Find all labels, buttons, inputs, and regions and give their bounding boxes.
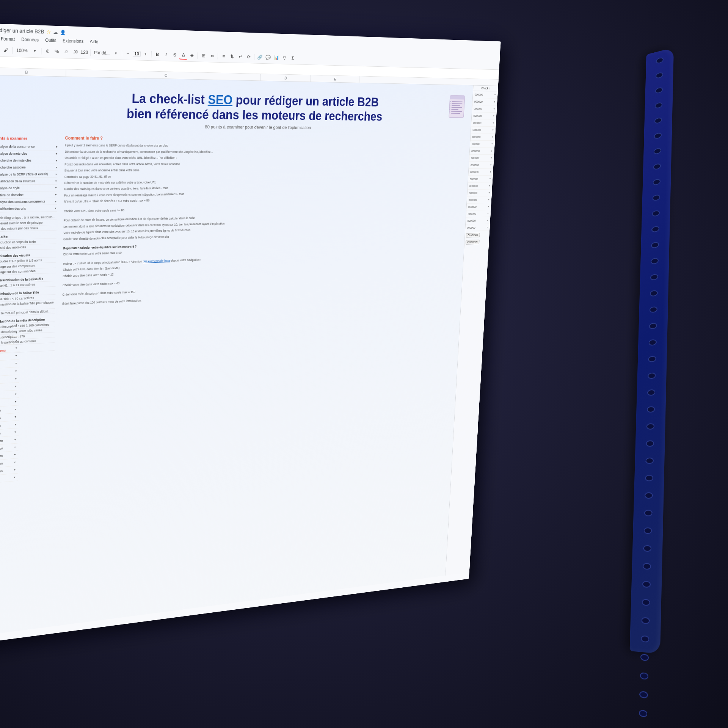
- paint-format-button[interactable]: 🖌: [2, 46, 10, 55]
- list-item: Qualification de la structure ▼: [0, 178, 57, 185]
- optim-text: Optimisation: [0, 454, 3, 459]
- document-decoration-icon: [447, 95, 467, 119]
- print-button[interactable]: 🖨: [0, 45, 1, 54]
- score-row: 000000▼: [469, 147, 494, 155]
- filter-button[interactable]: ▽: [281, 53, 289, 62]
- content-line: Il peut y avoir 2 éléments dans le SERP …: [65, 143, 488, 149]
- text-rotate-button[interactable]: ⟳: [245, 53, 253, 61]
- percent-button[interactable]: %: [52, 47, 61, 56]
- sidebar-section-title: Points à examiner: [0, 135, 58, 141]
- score-row: 000000▼: [468, 176, 493, 183]
- strikethrough-button[interactable]: S: [171, 50, 179, 59]
- toolbar-separator-3: [90, 49, 91, 56]
- score-arrow: ▼: [491, 143, 493, 145]
- score-row: 000000▼: [472, 112, 497, 119]
- text-wrap-button[interactable]: ↵: [237, 52, 245, 61]
- list-item: Analyse de style ▼: [0, 185, 57, 192]
- align-button[interactable]: ≡: [220, 52, 228, 61]
- zoom-dropdown-button[interactable]: ▼: [30, 46, 39, 55]
- zoom-level[interactable]: 100%: [14, 48, 30, 53]
- number-format-button[interactable]: 123: [80, 48, 89, 57]
- score-row: 000000▼: [472, 105, 497, 113]
- col-header-d[interactable]: D: [260, 74, 311, 82]
- decimal-decrease-button[interactable]: .0: [62, 47, 71, 56]
- score-arrow: ▼: [490, 164, 492, 166]
- borders-button[interactable]: ⊞: [199, 51, 207, 60]
- list-item: Analyse de mots-clés ▼: [0, 151, 58, 157]
- menu-aide[interactable]: Aide: [87, 38, 101, 46]
- arrow-icon: ▼: [55, 200, 57, 203]
- toolbar-separator-2: [41, 48, 41, 55]
- score-value: 000000: [467, 226, 475, 229]
- arrow-icon: ▼: [55, 187, 57, 189]
- decimal-increase-button[interactable]: .00: [71, 47, 80, 56]
- list-item: Critère de domaine ▼: [0, 191, 57, 199]
- valign-button[interactable]: ⇅: [228, 52, 236, 61]
- list-item: Analyse de la concurrence ▼: [0, 143, 58, 151]
- col-header-b[interactable]: B: [0, 67, 66, 76]
- score-value: 000000: [472, 128, 481, 132]
- seo-highlight: SEO: [208, 93, 233, 107]
- score-arrow: ▼: [490, 157, 492, 159]
- score-value: 000000: [469, 191, 477, 195]
- font-size-increase-button[interactable]: +: [141, 50, 150, 58]
- score-row: 000000▼: [466, 210, 491, 217]
- score-arrow: ▼: [490, 171, 491, 173]
- col-header-e[interactable]: E: [311, 75, 359, 83]
- arrow-icon: ▼: [55, 152, 58, 155]
- grid-body: 1 2 3 4 5 6 7 8 9 10: [0, 75, 498, 638]
- optim-arrow-icon: ▼: [14, 438, 16, 441]
- arrow-icon: ▼: [55, 173, 58, 176]
- link-button[interactable]: 🔗: [256, 53, 264, 62]
- score-arrow: ▼: [488, 191, 490, 194]
- score-value: 000000: [473, 114, 482, 118]
- bold-button[interactable]: B: [153, 50, 162, 59]
- choisir-button-1[interactable]: CHOISIR: [466, 233, 480, 237]
- list-item: Recherche associée ▼: [0, 164, 58, 171]
- optim-arrow-icon: ▼: [14, 469, 16, 471]
- menu-outils[interactable]: Outils: [42, 36, 59, 44]
- grid-content-area: La check-list SEO pour rédiger un articl…: [0, 75, 498, 635]
- font-size-decrease-button[interactable]: −: [124, 49, 132, 58]
- star-icon[interactable]: ☆: [46, 29, 51, 35]
- optim-arrow-icon: ▼: [15, 370, 17, 372]
- two-column-layout: Points à examiner Analyse de la concurre…: [0, 135, 488, 619]
- file-name: pour rédiger un article B2B: [0, 27, 44, 35]
- score-row: 000000▼: [467, 196, 492, 204]
- optim-arrow-icon: ▼: [13, 476, 16, 479]
- item-text: Recherche de mots-clés: [0, 159, 54, 163]
- function-button[interactable]: Σ: [289, 54, 297, 62]
- optim-arrow-icon: ▼: [14, 408, 17, 411]
- menu-format[interactable]: Format: [0, 35, 18, 43]
- score-value: 000000: [468, 212, 476, 215]
- score-value: 000000: [471, 163, 479, 166]
- comment-button[interactable]: 💬: [264, 53, 272, 61]
- italic-button[interactable]: I: [162, 50, 170, 59]
- choisir-button-2[interactable]: CHOISIR: [466, 240, 480, 245]
- optim-arrow-icon: ▼: [15, 331, 18, 334]
- score-row: 000000▼: [465, 224, 490, 231]
- font-size-display[interactable]: 10: [133, 51, 141, 57]
- arrow-icon: ▼: [54, 207, 57, 210]
- score-row: 000000▼: [471, 126, 496, 133]
- main-heading: La check-list SEO pour rédiger un articl…: [0, 88, 491, 125]
- optimisation-labels: tion▼ ation▼ ation▼ ation▼ isation▼ isat…: [0, 321, 20, 484]
- optim-arrow-icon: ▼: [14, 385, 17, 388]
- currency-button[interactable]: €: [43, 47, 52, 56]
- toolbar-separator-4: [122, 50, 122, 56]
- menu-extensions[interactable]: Extensions: [60, 37, 86, 46]
- right-main-column: Comment le faire ? Il peut y avoir 2 élé…: [57, 136, 488, 610]
- chart-button[interactable]: 📊: [273, 53, 281, 62]
- fill-color-button[interactable]: ◈: [188, 51, 196, 60]
- merge-button[interactable]: ⇔: [208, 52, 216, 60]
- account-icon: 👤: [60, 30, 66, 35]
- optim-arrow-icon: ▼: [14, 431, 17, 433]
- font-name[interactable]: Par dé...: [93, 50, 111, 56]
- underline-button[interactable]: A: [179, 51, 188, 60]
- optim-arrow-icon: ▼: [14, 393, 17, 395]
- arrow-icon: ▼: [55, 180, 58, 182]
- toolbar-separator-6: [198, 52, 198, 59]
- menu-donnees[interactable]: Données: [18, 36, 42, 44]
- optim-text: ptimisation: [0, 416, 1, 421]
- font-dropdown-button[interactable]: ▼: [111, 49, 120, 58]
